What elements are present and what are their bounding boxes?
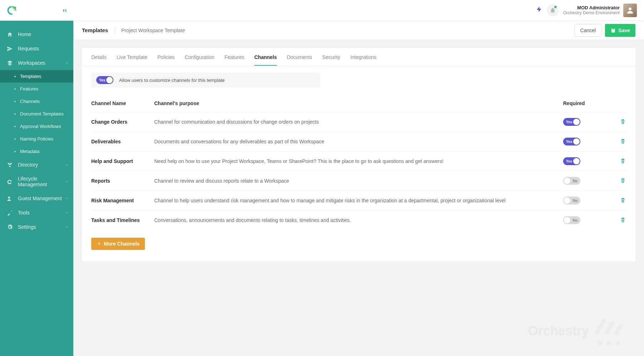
channel-required: No [563, 216, 599, 224]
channels-table: Channel Name Channel's purpose Required … [91, 97, 626, 230]
col-purpose: Channel's purpose [154, 100, 557, 106]
page-header: Templates Project Workspace Template Can… [73, 21, 644, 40]
channel-purpose: Channel to review and discuss reports re… [154, 178, 557, 184]
tab-features[interactable]: Features [224, 54, 244, 66]
col-required: Required [563, 100, 585, 106]
svg-rect-6 [604, 320, 615, 336]
watermark-text: Orchestry [528, 323, 589, 338]
breadcrumb-separator [114, 27, 115, 34]
tab-live-template[interactable]: Live Template [117, 54, 147, 66]
sidebar-item-channels[interactable]: Channels [0, 95, 73, 108]
table-row: Risk ManagementChannel to help users und… [91, 191, 626, 210]
sidebar-item-label: Guest Management [18, 196, 62, 201]
sidebar-item-templates[interactable]: Templates [0, 70, 73, 83]
channel-purpose: Channel to help users understand risk ma… [154, 198, 557, 203]
sidebar-item-settings[interactable]: Settings [0, 220, 73, 234]
sidebar-item-guest[interactable]: Guest Management [0, 191, 73, 206]
logo-block: ‹‹ [0, 0, 73, 20]
tab-security[interactable]: Security [322, 54, 341, 66]
required-toggle[interactable]: Yes [563, 118, 580, 126]
user-env: Orchestry Demo Environment [563, 10, 620, 15]
tab-channels[interactable]: Channels [254, 54, 277, 66]
sidebar-item-home[interactable]: Home [0, 27, 73, 41]
tab-integrations[interactable]: Integrations [350, 54, 376, 66]
breadcrumb-root[interactable]: Templates [82, 27, 108, 33]
required-toggle[interactable]: No [563, 177, 580, 185]
quick-actions-icon[interactable] [536, 6, 542, 14]
tab-details[interactable]: Details [91, 54, 107, 66]
table-header: Channel Name Channel's purpose Required [91, 97, 626, 112]
table-row: DeliverablesDocuments and conversations … [91, 132, 626, 151]
toggle-label: No [573, 199, 577, 203]
sidebar-item-workspaces[interactable]: Workspaces [0, 56, 73, 70]
channel-purpose: Documents and conversations for any deli… [154, 139, 557, 144]
toggle-label: No [573, 179, 577, 183]
watermark-icon [594, 313, 630, 349]
gear-icon [6, 224, 13, 230]
required-toggle[interactable]: Yes [563, 138, 580, 145]
sidebar-sub-workspaces: TemplatesFeaturesChannelsDocument Templa… [0, 70, 73, 158]
customize-toggle[interactable]: Yes [96, 76, 113, 84]
delete-channel-button[interactable] [620, 138, 626, 145]
toggle-knob-icon [564, 217, 570, 223]
sidebar-item-document-templates[interactable]: Document Templates [0, 108, 73, 120]
delete-channel-button[interactable] [620, 118, 626, 126]
more-channels-button[interactable]: More Channels [91, 238, 145, 250]
toggle-label: Yes [99, 78, 105, 82]
table-row: Change OrdersChannel for communication a… [91, 112, 626, 132]
delete-channel-button[interactable] [620, 158, 626, 165]
sidebar-item-metadata[interactable]: Metadata [0, 145, 73, 158]
content: Templates Project Workspace Template Can… [73, 21, 644, 356]
delete-channel-button[interactable] [620, 217, 626, 224]
layers-icon [6, 60, 13, 66]
tabs: DetailsLive TemplatePoliciesConfiguratio… [82, 48, 635, 66]
save-button[interactable]: Save [605, 24, 635, 37]
toggle-knob-icon [564, 197, 570, 204]
customize-toggle-row: Yes Allow users to customize channels fo… [91, 73, 320, 88]
required-toggle[interactable]: No [563, 197, 580, 204]
svg-rect-5 [595, 318, 607, 335]
sidebar-item-lifecycle[interactable]: Lifecycle Management [0, 172, 73, 191]
toggle-knob-icon [106, 77, 113, 83]
sidebar-item-label: Metadata [20, 149, 39, 154]
collapse-sidebar-icon[interactable]: ‹‹ [63, 6, 67, 14]
channel-required: Yes [563, 157, 599, 165]
user-plus-icon [6, 195, 13, 202]
sidebar-item-tools[interactable]: Tools [0, 206, 73, 220]
notifications-button[interactable] [547, 4, 559, 16]
sidebar-item-label: Naming Policies [20, 136, 53, 142]
sidebar-item-label: Document Templates [20, 111, 64, 117]
sidebar-item-approval-workflows[interactable]: Approval Workflows [0, 120, 73, 133]
home-icon [6, 31, 13, 38]
tab-documents[interactable]: Documents [287, 54, 312, 66]
tab-policies[interactable]: Policies [157, 54, 175, 66]
table-row: Help and SupportNeed help on how to use … [91, 151, 626, 171]
cancel-button-label: Cancel [580, 28, 596, 33]
required-toggle[interactable]: Yes [563, 157, 580, 165]
sidebar-item-naming-policies[interactable]: Naming Policies [0, 133, 73, 145]
sidebar-item-label: Channels [20, 99, 40, 104]
send-icon [6, 45, 13, 52]
cancel-button[interactable]: Cancel [575, 24, 602, 37]
panel: DetailsLive TemplatePoliciesConfiguratio… [82, 48, 635, 261]
toggle-knob-icon [564, 178, 570, 184]
channel-purpose: Need help on how to use your Project Wor… [154, 158, 557, 164]
required-toggle[interactable]: No [563, 216, 580, 224]
channel-purpose: Conversations, announcements and documen… [154, 217, 557, 223]
col-name: Channel Name [91, 100, 148, 106]
delete-channel-button[interactable] [620, 197, 626, 204]
channel-name: Change Orders [91, 119, 148, 125]
svg-point-3 [606, 341, 611, 345]
table-row: ReportsChannel to review and discuss rep… [91, 171, 626, 191]
tab-configuration[interactable]: Configuration [185, 54, 214, 66]
toggle-label: Yes [566, 159, 572, 163]
sidebar-item-features[interactable]: Features [0, 83, 73, 95]
user-menu[interactable]: MOD Administrator Orchestry Demo Environ… [563, 4, 637, 17]
delete-channel-button[interactable] [620, 177, 626, 185]
channel-required: No [563, 177, 599, 185]
save-button-label: Save [618, 28, 630, 33]
sidebar-item-directory[interactable]: Directory [0, 158, 73, 172]
toggle-knob-icon [573, 158, 580, 164]
sidebar-item-requests[interactable]: Requests [0, 41, 73, 56]
toggle-knob-icon [573, 119, 580, 125]
